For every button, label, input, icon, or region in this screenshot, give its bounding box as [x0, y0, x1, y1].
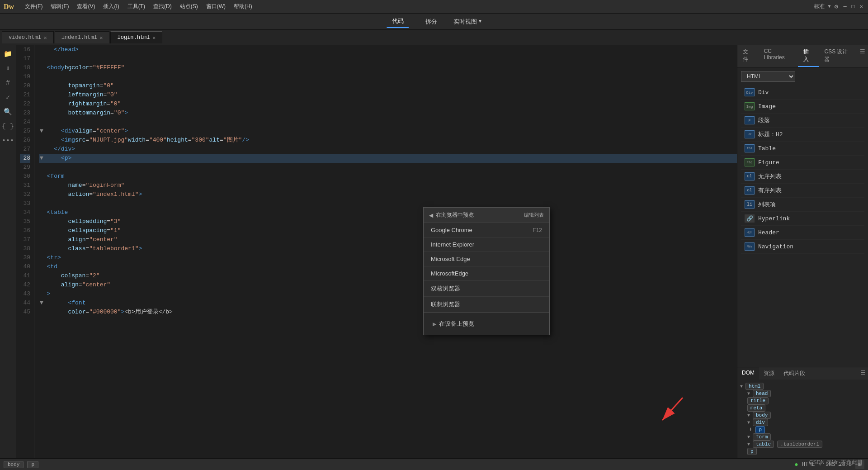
code-line-45: color="#000000"><b>用户登录</b>	[39, 308, 737, 317]
toolbar-code-btn[interactable]: 代码	[387, 15, 409, 28]
preset-dropdown-icon[interactable]: ▼	[828, 4, 831, 9]
header-icon: Hdr	[745, 228, 755, 237]
sidebar-check-icon[interactable]: ✓	[1, 90, 15, 104]
browser-lenovo[interactable]: 联想浏览器	[424, 297, 549, 313]
status-tag-body[interactable]: body	[4, 461, 24, 468]
close-button[interactable]: ✕	[858, 4, 864, 10]
div-node[interactable]: div	[753, 419, 768, 426]
tab-video-close[interactable]: ✕	[44, 35, 47, 41]
code-line-22: rightmargin="0"	[39, 100, 737, 109]
element-table[interactable]: Tbl Table	[741, 142, 864, 156]
status-tag-p[interactable]: p	[27, 461, 38, 468]
sidebar-files-icon[interactable]: 📁	[1, 47, 15, 61]
p-child-node[interactable]: p	[747, 448, 757, 455]
browser-ie[interactable]: Internet Explorer	[424, 237, 549, 252]
element-image[interactable]: Img Image	[741, 100, 864, 114]
panel-tab-css[interactable]: CSS 设计器	[819, 45, 857, 67]
element-figure[interactable]: Fig Figure	[741, 156, 864, 170]
sidebar-insert-icon[interactable]: ⬇	[1, 62, 15, 75]
dom-node-form: ▼ form	[740, 434, 865, 440]
html-arrow-icon: ▼	[740, 384, 745, 389]
browser-msedge[interactable]: MicrosoftEdge	[424, 266, 549, 281]
menu-edit[interactable]: 编辑(E)	[47, 1, 72, 12]
element-hyperlink[interactable]: 🔗 Hyperlink	[741, 212, 864, 226]
panel-tab-cclibraries[interactable]: CC Libraries	[759, 45, 798, 67]
browser-dual[interactable]: 双核浏览器	[424, 281, 549, 297]
element-ul[interactable]: ul 无序列表	[741, 170, 864, 184]
code-lines[interactable]: </head> <body bgcolor="#FFFFFF" topmargi…	[34, 45, 737, 458]
element-div[interactable]: Div Div	[741, 85, 864, 100]
dom-node-title: title	[740, 398, 865, 404]
settings-icon[interactable]: ⚙	[835, 3, 838, 10]
element-paragraph[interactable]: P 段落	[741, 114, 864, 128]
dom-tab-dom[interactable]: DOM	[737, 367, 759, 380]
tab-index1-close[interactable]: ✕	[100, 35, 103, 41]
panel-tab-insert[interactable]: 插入	[798, 45, 819, 67]
browser-dual-label: 双核浏览器	[431, 285, 460, 293]
device-preview-item[interactable]: ▶ 在设备上预览	[429, 317, 544, 331]
menu-find[interactable]: 查找(D)	[150, 1, 175, 12]
maximize-button[interactable]: □	[850, 4, 856, 10]
tab-login-label: login.html	[117, 34, 150, 41]
menu-help[interactable]: 帮助(H)	[230, 1, 256, 12]
tab-login-close[interactable]: ✕	[153, 35, 156, 41]
sidebar-snippets-icon[interactable]: { }	[1, 119, 15, 133]
code-line-36: cellspacing="1"	[39, 226, 737, 235]
minimize-button[interactable]: —	[842, 4, 848, 10]
table-icon: Tbl	[745, 144, 755, 152]
panel-menu-icon[interactable]: ☰	[857, 45, 868, 67]
code-line-35: cellpadding="3"	[39, 217, 737, 226]
sidebar-more-icon[interactable]: •••	[1, 134, 15, 147]
element-li[interactable]: li 列表项	[741, 198, 864, 212]
tab-video[interactable]: video.html ✕	[2, 31, 54, 43]
element-header[interactable]: Hdr Header	[741, 226, 864, 240]
menu-window[interactable]: 窗口(W)	[203, 1, 229, 12]
menu-site[interactable]: 站点(S)	[176, 1, 202, 12]
menu-view[interactable]: 查看(V)	[73, 1, 99, 12]
code-line-39: <tr>	[39, 253, 737, 262]
menu-tools[interactable]: 工具(T)	[124, 1, 149, 12]
tab-index1[interactable]: index1.html ✕	[55, 31, 110, 43]
toolbar-liveview-dropdown[interactable]: 实时视图 ▼	[453, 18, 481, 26]
div-icon: Div	[745, 88, 755, 96]
edit-browser-list-link[interactable]: 编辑列表	[524, 212, 544, 218]
element-ol[interactable]: ol 有序列表	[741, 184, 864, 198]
dom-tab-snippets[interactable]: 代码片段	[779, 367, 810, 380]
sidebar-css-icon[interactable]: #	[1, 76, 15, 90]
dom-tab-assets[interactable]: 资源	[759, 367, 779, 380]
browser-edge[interactable]: Microsoft Edge	[424, 252, 549, 266]
editor-area[interactable]: 1617181920 2122232425 2627 28 2930313233…	[16, 45, 737, 458]
p-selected-node[interactable]: p	[755, 426, 765, 433]
meta-node[interactable]: meta	[747, 404, 765, 412]
html-node[interactable]: html	[745, 383, 764, 390]
element-ol-label: 有序列表	[758, 186, 782, 195]
element-header-label: Header	[758, 229, 779, 236]
title-node[interactable]: title	[747, 397, 769, 404]
line-numbers: 1617181920 2122232425 2627 28 2930313233…	[16, 45, 34, 458]
insert-type-dropdown[interactable]: HTML	[741, 71, 795, 82]
dom-node-body: ▼ body	[740, 412, 865, 418]
element-navigation[interactable]: Nav Navigation	[741, 240, 864, 254]
element-heading[interactable]: H2 标题：H2	[741, 128, 864, 142]
dom-node-meta: meta	[740, 405, 865, 411]
context-menu-header: ◀ 在浏览器中预览 编辑列表	[424, 208, 549, 223]
tab-login[interactable]: login.html ✕	[110, 31, 162, 43]
toolbar-split-btn[interactable]: 拆分	[420, 16, 443, 28]
form-node[interactable]: form	[753, 433, 771, 441]
menu-file[interactable]: 文件(F)	[21, 1, 46, 12]
dom-panel-menu-icon[interactable]: ☰	[859, 367, 868, 380]
menu-insert[interactable]: 插入(I)	[99, 1, 123, 12]
code-line-40: <td	[39, 262, 737, 271]
tab-index1-label: index1.html	[61, 34, 97, 41]
head-node[interactable]: head	[753, 390, 771, 397]
right-panel-tabs: 文件 CC Libraries 插入 CSS 设计器 ☰	[737, 45, 868, 67]
status-bar-left: body p	[4, 461, 38, 468]
table-node[interactable]: table	[753, 441, 774, 448]
body-node[interactable]: body	[753, 412, 771, 419]
svg-line-1	[662, 398, 683, 420]
panel-tab-files[interactable]: 文件	[737, 45, 759, 67]
sidebar-search-icon[interactable]: 🔍	[1, 105, 15, 119]
tab-bar: video.html ✕ index1.html ✕ login.html ✕	[0, 30, 868, 45]
dom-node-table: ▼ table .tableborder1	[740, 441, 865, 447]
browser-chrome[interactable]: Google Chrome F12	[424, 223, 549, 237]
